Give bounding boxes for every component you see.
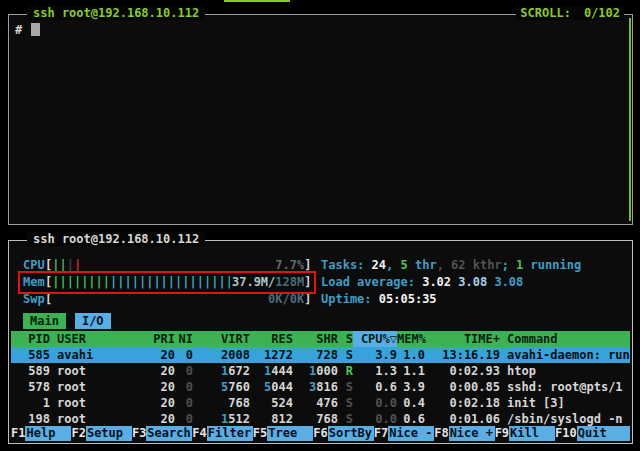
fkey-sortby[interactable]: F6SortBy — [313, 426, 373, 441]
uptime-stat: Uptime: 05:05:35 — [321, 291, 437, 307]
tasks-stat: Tasks: 24, 5 thr, 62 kthr; 1 running — [321, 257, 581, 273]
tab-i-o[interactable]: I/O — [75, 313, 111, 329]
tasks-segment: , — [437, 258, 451, 272]
mem-meter-label: Mem — [23, 274, 45, 290]
swp-meter-bar-area: 0K/0K — [52, 291, 304, 307]
fkey-kill[interactable]: F9Kill — [495, 426, 555, 441]
meter-bar-segment: || — [52, 258, 66, 272]
cell-time: 0:00.85 — [425, 379, 500, 395]
cell-virt: 768 — [193, 395, 250, 411]
fkey-filter[interactable]: F4Filter — [192, 426, 252, 441]
process-row[interactable]: 198root2001512812768S0.00.60:01.06/sbin/… — [11, 411, 630, 427]
fkey-label: Tree — [267, 426, 313, 441]
fkey-setup[interactable]: F2Setup — [71, 426, 131, 441]
fkey-tree[interactable]: F5Tree — [253, 426, 313, 441]
thousands-digits: 3 — [309, 380, 316, 394]
top-edge-artifact — [224, 0, 290, 2]
thousands-digits: 5 — [221, 380, 228, 394]
terminal-screen: ssh root@192.168.10.112 SCROLL:0/102 # s… — [0, 0, 640, 451]
swp-meter: Swp[0K/0K] — [23, 291, 311, 307]
cpu-meter: CPU[||||7.7%] — [23, 257, 311, 273]
cell-time: 0:01.06 — [425, 411, 500, 427]
meter-value-segment: 7.7% — [275, 258, 304, 272]
fkey-nice-[interactable]: F7Nice - — [374, 426, 434, 441]
load-average-stat: Load average: 3.02 3.08 3.08 — [321, 274, 523, 290]
thousands-digits: 1 — [221, 364, 228, 378]
meter-close-bracket: ] — [304, 257, 311, 273]
cell-mem: 1.0 — [397, 347, 425, 363]
load-segment: Load average: — [321, 275, 422, 289]
column-header-res[interactable]: RES — [250, 331, 293, 347]
fkey-number: F10 — [555, 426, 577, 441]
column-header-user[interactable]: USER — [57, 331, 133, 347]
fkey-label: Quit — [577, 426, 630, 441]
fkey-nice-[interactable]: F8Nice + — [434, 426, 494, 441]
cell-s: S — [338, 347, 353, 363]
prompt-char: # — [15, 23, 22, 37]
tasks-segment: thr — [408, 258, 437, 272]
mem-meter-bars: ||||||||||||||||||||||||| — [52, 275, 233, 289]
process-table: 585avahi20020081272728S3.91.013:16.19ava… — [11, 347, 630, 427]
cell-time: 13:16.19 — [425, 347, 500, 363]
meter-value-segment: 128M — [275, 275, 304, 289]
scroll-label: SCROLL: — [520, 6, 571, 20]
process-row[interactable]: 589root200167214441000R1.31.10:02.93htop — [11, 363, 630, 379]
pane-scrollbar[interactable] — [629, 18, 631, 221]
column-header-mem[interactable]: MEM% — [397, 331, 425, 347]
fkey-search[interactable]: F3Search — [132, 426, 192, 441]
fkey-number: F5 — [253, 426, 267, 441]
process-row[interactable]: 578root200576050443816S0.63.90:00.85sshd… — [11, 379, 630, 395]
column-header-s[interactable]: S — [338, 331, 353, 347]
meter-bar-segment: ||||||||||||||||| — [110, 275, 233, 289]
thousands-digits: 1 — [221, 412, 228, 426]
meter-bar-segment: | — [74, 258, 81, 272]
cell-pri: 20 — [133, 363, 175, 379]
cell-user: root — [57, 363, 133, 379]
bottom-pane-title: ssh root@192.168.10.112 — [27, 232, 205, 246]
fkey-number: F7 — [374, 426, 388, 441]
screen-tabs: MainI/O — [23, 313, 111, 329]
thousands-digits: 1 — [309, 364, 316, 378]
load-segment: 3.08 — [458, 275, 494, 289]
cell-pid: 585 — [11, 347, 50, 363]
cell-s: S — [338, 395, 353, 411]
thousands-digits: 5 — [264, 380, 271, 394]
fkey-number: F4 — [192, 426, 206, 441]
column-header-time[interactable]: TIME+ — [425, 331, 500, 347]
cell-cpu: 0.0 — [353, 411, 397, 427]
tasks-segment: Tasks: — [321, 258, 372, 272]
process-row[interactable]: 1root200768524476S0.00.40:02.18init [3] — [11, 395, 630, 411]
cell-mem: 1.1 — [397, 363, 425, 379]
meter-value-segment: 0K/0K — [268, 292, 304, 306]
column-header-ni[interactable]: NI — [175, 331, 193, 347]
cell-res: 5044 — [250, 379, 293, 395]
process-row[interactable]: 585avahi20020081272728S3.91.013:16.19ava… — [11, 347, 630, 363]
cell-user: avahi — [57, 347, 133, 363]
column-header-virt[interactable]: VIRT — [193, 331, 250, 347]
cell-ni: 0 — [175, 363, 193, 379]
mem-meter-value: 37.9M/128M — [230, 274, 304, 290]
swp-meter-label: Swp — [23, 291, 45, 307]
tasks-segment: running — [523, 258, 581, 272]
function-key-bar: F1HelpF2SetupF3SearchF4FilterF5TreeF6Sor… — [11, 426, 630, 441]
mem-meter-bar-area: |||||||||||||||||||||||||37.9M/128M — [52, 274, 304, 290]
cell-ni: 0 — [175, 379, 193, 395]
column-header-pri[interactable]: PRI — [133, 331, 175, 347]
cell-command: init [3] — [507, 395, 630, 411]
cell-cpu: 3.9 — [353, 347, 397, 363]
fkey-label: Help — [25, 426, 71, 441]
column-header-shr[interactable]: SHR — [293, 331, 338, 347]
fkey-number: F9 — [495, 426, 509, 441]
cell-virt: 1512 — [193, 411, 250, 427]
column-header-command[interactable]: Command — [507, 331, 630, 347]
cell-mem: 3.9 — [397, 379, 425, 395]
column-header-cpu[interactable]: CPU%▽ — [353, 331, 397, 347]
cpu-meter-label: CPU — [23, 257, 45, 273]
column-header-pid[interactable]: PID — [11, 331, 50, 347]
tab-main[interactable]: Main — [23, 313, 66, 329]
fkey-quit[interactable]: F10Quit — [555, 426, 630, 441]
cpu-meter-bars: |||| — [52, 258, 81, 272]
fkey-help[interactable]: F1Help — [11, 426, 71, 441]
cell-res: 1444 — [250, 363, 293, 379]
text-cursor[interactable] — [31, 23, 40, 36]
